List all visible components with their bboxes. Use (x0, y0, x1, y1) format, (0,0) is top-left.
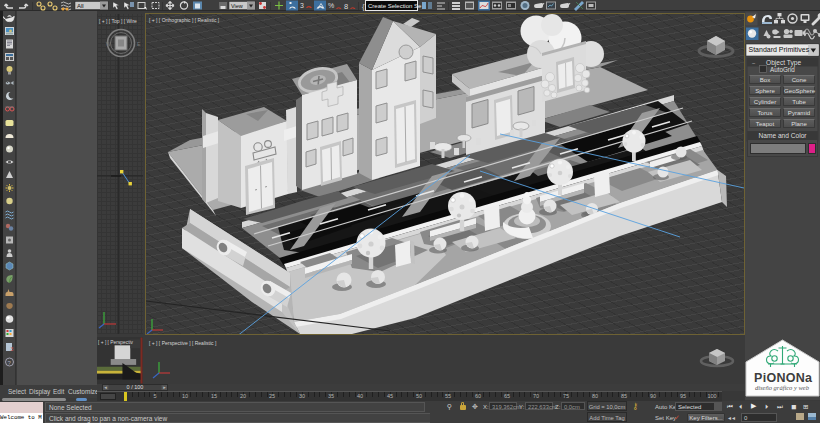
svg-text:W: W (106, 41, 111, 47)
svg-text:[ + ] [ Orthographic ] [ Reali: [ + ] [ Orthographic ] [ Realistic ] (149, 17, 220, 23)
svg-text:{: { (362, 2, 365, 11)
svg-text:View: View (231, 3, 243, 9)
svg-text:diseño gráfico y web: diseño gráfico y web (755, 384, 810, 391)
svg-text:3: 3 (11, 346, 14, 352)
svg-text:3: 3 (300, 2, 304, 9)
svg-text:All: All (77, 3, 84, 9)
svg-text:E: E (137, 41, 141, 47)
svg-text:?: ? (8, 360, 12, 366)
svg-text:[ + ] [ Perspectiv: [ + ] [ Perspectiv (98, 340, 134, 345)
svg-text:[ + ] [ Top ] [ Wire: [ + ] [ Top ] [ Wire (99, 18, 137, 24)
svg-text:Create Selection Se: Create Selection Se (368, 3, 422, 9)
svg-text:PiONONa: PiONONa (754, 371, 813, 385)
svg-text:%: % (328, 2, 334, 9)
svg-text:8: 8 (344, 2, 348, 11)
svg-text:[ + ] [ Perspective ] [ Realis: [ + ] [ Perspective ] [ Realistic ] (149, 340, 217, 346)
